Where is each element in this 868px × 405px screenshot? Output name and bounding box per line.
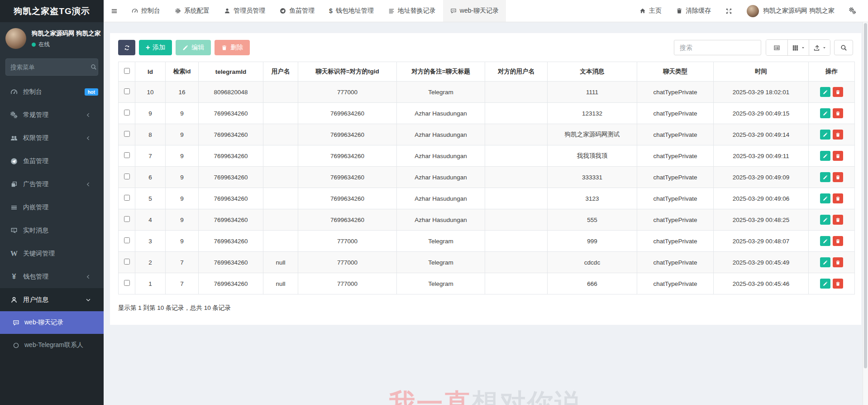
clear-cache-button[interactable]: 清除缓存 [669, 0, 718, 22]
column-header-actions[interactable]: 操作 [809, 62, 855, 82]
search-icon [840, 44, 847, 51]
sidebar-item-ads[interactable]: 广告管理 [0, 173, 104, 196]
settings-button[interactable] [842, 0, 863, 22]
cell-peer_username [485, 82, 548, 103]
search-button[interactable] [834, 40, 853, 55]
sidebar-item-label: 控制台 [23, 88, 42, 96]
cell-message: 999 [548, 231, 637, 252]
edit-row-button[interactable] [820, 279, 830, 289]
sidebar-item-fry[interactable]: 鱼苗管理 [0, 149, 104, 173]
sidebar-item-label: web-Telegram联系人 [24, 341, 83, 349]
user-status-label: 在线 [38, 41, 50, 48]
edit-row-button[interactable] [820, 236, 830, 246]
delete-row-button[interactable] [833, 193, 843, 203]
nav-item-label: web-聊天记录 [460, 7, 499, 15]
delete-button[interactable]: 删除 [215, 40, 250, 55]
chat-records-table: Id检索idtelegramId用户名聊天标识符=对方的tgid对方的备注=聊天… [118, 62, 855, 294]
cell-username [263, 103, 298, 124]
delete-row-button[interactable] [833, 215, 843, 225]
cell-peer_username [485, 124, 548, 145]
row-checkbox[interactable] [124, 280, 130, 286]
row-checkbox[interactable] [124, 152, 130, 158]
toggle-view-button[interactable] [766, 40, 787, 55]
w-icon: W [9, 250, 19, 258]
row-checkbox[interactable] [124, 259, 130, 265]
sidebar-item-realtime[interactable]: 实时消息 [0, 219, 104, 242]
nav-item-system-config[interactable]: 系统配置 [167, 0, 217, 22]
edit-row-button[interactable] [820, 108, 830, 118]
column-header-id[interactable]: Id [135, 62, 166, 82]
edit-row-button[interactable] [820, 130, 830, 140]
cell-chat_title: Azhar Hasudungan [397, 145, 485, 167]
sidebar-item-embed[interactable]: 内嵌管理 [0, 196, 104, 219]
column-header-chat_type[interactable]: 聊天类型 [637, 62, 714, 82]
column-header-username[interactable]: 用户名 [263, 62, 298, 82]
nav-item-fry-manage[interactable]: 鱼苗管理 [272, 0, 322, 22]
edit-row-button[interactable] [820, 151, 830, 161]
sidebar-item-general[interactable]: 常规管理 [0, 103, 104, 126]
export-button[interactable] [809, 40, 830, 55]
columns-button[interactable] [787, 40, 809, 55]
list-view-icon [773, 44, 780, 51]
sidebar-item-label: 用户信息 [23, 296, 48, 304]
column-header-search_id[interactable]: 检索id [166, 62, 199, 82]
nav-item-dashboard[interactable]: 控制台 [124, 0, 167, 22]
edit-row-button[interactable] [820, 257, 830, 267]
table-search-input[interactable] [674, 40, 761, 55]
cell-chat_tgid: 7699634260 [298, 145, 397, 167]
row-checkbox[interactable] [124, 131, 130, 137]
column-header-message[interactable]: 文本消息 [548, 62, 637, 82]
delete-row-button[interactable] [833, 108, 843, 118]
table-row: 6976996342607699634260Azhar Hasudungan33… [119, 167, 855, 188]
edit-row-button[interactable] [820, 215, 830, 225]
cell-chat_type: chatTypePrivate [637, 231, 714, 252]
home-button[interactable]: 主页 [632, 0, 669, 22]
delete-row-button[interactable] [833, 279, 843, 289]
column-header-time[interactable]: 时间 [714, 62, 809, 82]
column-header-chat_tgid[interactable]: 聊天标识符=对方的tgid [298, 62, 397, 82]
edit-button[interactable]: 编辑 [176, 40, 211, 55]
row-checkbox[interactable] [124, 216, 130, 222]
delete-row-button[interactable] [833, 151, 843, 161]
delete-row-button[interactable] [833, 172, 843, 182]
row-checkbox[interactable] [124, 88, 130, 94]
delete-row-button[interactable] [833, 87, 843, 97]
column-header-peer_username[interactable]: 对方的用户名 [485, 62, 548, 82]
row-checkbox[interactable] [124, 195, 130, 201]
nav-item-admin-manage[interactable]: 管理员管理 [217, 0, 272, 22]
sidebar-item-wallet[interactable]: ¥钱包管理 [0, 265, 104, 288]
row-checkbox[interactable] [124, 110, 130, 116]
sidebar-toggle-button[interactable] [104, 0, 124, 22]
refresh-button[interactable] [118, 40, 135, 55]
list-icon [9, 204, 19, 211]
cell-chat_tgid: 7699634260 [298, 188, 397, 209]
nav-item-web-chat-log[interactable]: web-聊天记录 [443, 0, 506, 22]
user-menu[interactable]: 狗凯之家源码网 狗凯之家 [739, 0, 842, 22]
edit-row-button[interactable] [820, 172, 830, 182]
nav-item-label: 钱包地址管理 [336, 7, 374, 15]
column-header-chat_title[interactable]: 对方的备注=聊天标题 [397, 62, 485, 82]
row-checkbox[interactable] [124, 174, 130, 179]
sidebar-item-dashboard[interactable]: 控制台hot [0, 80, 104, 103]
sidebar-item-permission[interactable]: 权限管理 [0, 126, 104, 149]
add-button[interactable]: + 添加 [139, 40, 172, 55]
edit-row-button[interactable] [820, 193, 830, 203]
fullscreen-button[interactable] [718, 0, 739, 22]
sidebar-item-web-telegram-contacts[interactable]: web-Telegram联系人 [0, 334, 104, 357]
chev-left-icon [83, 112, 93, 118]
edit-row-button[interactable] [820, 87, 830, 97]
delete-row-button[interactable] [833, 130, 843, 140]
delete-row-button[interactable] [833, 257, 843, 267]
nav-item-address-replace[interactable]: 地址替换记录 [381, 0, 443, 22]
row-checkbox[interactable] [124, 237, 130, 243]
sidebar-search-input[interactable] [10, 64, 91, 71]
select-all-checkbox[interactable] [124, 68, 130, 74]
sidebar-item-web-chat-log[interactable]: web-聊天记录 [0, 311, 104, 334]
column-header-telegram_id[interactable]: telegramId [199, 62, 263, 82]
scrollbar-thumb[interactable] [864, 23, 867, 368]
sidebar-item-keyword[interactable]: W关键词管理 [0, 242, 104, 265]
delete-row-button[interactable] [833, 236, 843, 246]
sidebar-item-userinfo[interactable]: 用户信息 [0, 288, 104, 311]
top-navbar: 控制台系统配置管理员管理鱼苗管理$钱包地址管理地址替换记录web-聊天记录 主页… [104, 0, 868, 22]
nav-item-wallet-address[interactable]: $钱包地址管理 [322, 0, 381, 22]
